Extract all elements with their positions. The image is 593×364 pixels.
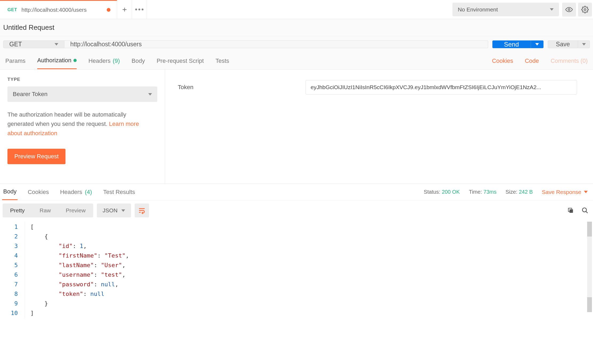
wrap-lines-button[interactable]: [135, 204, 149, 217]
cookies-link[interactable]: Cookies: [492, 57, 513, 64]
chevron-down-icon: [584, 191, 588, 193]
method-select[interactable]: GET: [3, 40, 64, 48]
save-button[interactable]: Save: [548, 40, 578, 48]
response-tab-headers[interactable]: Headers (4): [59, 184, 93, 200]
time-value: 73ms: [484, 189, 497, 195]
response-size: Size: 242 B: [505, 189, 533, 195]
chevron-down-icon: [550, 8, 554, 11]
token-label: Token: [178, 84, 300, 91]
auth-type-heading: TYPE: [7, 77, 157, 82]
tab-body[interactable]: Body: [131, 52, 145, 69]
send-button[interactable]: Send: [492, 40, 531, 48]
url-value: http://localhost:4000/users: [70, 41, 142, 48]
copy-response-button[interactable]: [565, 205, 576, 216]
scroll-thumb[interactable]: [587, 297, 592, 312]
svg-point-4: [582, 208, 586, 212]
code-view[interactable]: [ { "id": 1, "firstName": "Test", "lastN…: [25, 222, 589, 318]
environment-select[interactable]: No Environment: [452, 3, 559, 16]
auth-type-value: Bearer Token: [13, 91, 47, 98]
tab-tests[interactable]: Tests: [216, 52, 229, 69]
send-options-button[interactable]: [531, 40, 543, 48]
view-raw-button[interactable]: Raw: [32, 204, 58, 217]
tab-params[interactable]: Params: [5, 52, 26, 69]
svg-rect-2: [570, 209, 573, 213]
save-response-button[interactable]: Save Response: [542, 189, 588, 195]
environment-label: No Environment: [458, 6, 498, 13]
response-tab-body[interactable]: Body: [2, 184, 18, 200]
tab-url-label: http://localhost:4000/users: [21, 7, 87, 13]
save-options-button[interactable]: [578, 40, 590, 48]
request-tab[interactable]: GET http://localhost:4000/users: [0, 0, 117, 19]
chevron-down-icon: [535, 43, 539, 46]
method-value: GET: [9, 41, 22, 48]
environment-preview-button[interactable]: [562, 3, 576, 16]
response-tab-cookies[interactable]: Cookies: [27, 184, 50, 200]
eye-icon: [565, 6, 573, 13]
auth-desc-text: The authorization header will be automat…: [7, 111, 126, 127]
tab-authorization-label: Authorization: [37, 57, 71, 64]
active-dot-icon: [73, 59, 77, 62]
dots-horizontal-icon: [135, 9, 143, 10]
svg-point-1: [584, 9, 586, 11]
response-toolbar: Pretty Raw Preview JSON: [0, 200, 593, 221]
request-title[interactable]: Untitled Request: [0, 19, 593, 36]
search-icon: [582, 207, 588, 214]
code-link[interactable]: Code: [525, 57, 539, 64]
request-tabs: Params Authorization Headers (9) Body Pr…: [0, 52, 593, 69]
format-select[interactable]: JSON: [97, 204, 131, 217]
tab-headers[interactable]: Headers (9): [88, 52, 120, 69]
response-body: 12345678910 [ { "id": 1, "firstName": "T…: [0, 221, 593, 323]
response-tab-headers-count: (4): [85, 189, 92, 196]
svg-point-0: [568, 9, 570, 11]
preview-request-button[interactable]: Preview Request: [7, 149, 65, 164]
comments-link[interactable]: Comments (0): [551, 57, 588, 64]
response-tab-headers-label: Headers: [60, 189, 82, 196]
response-time: Time: 73ms: [469, 189, 497, 195]
url-input[interactable]: http://localhost:4000/users: [64, 40, 488, 48]
unsaved-indicator-icon: [107, 8, 110, 12]
response-tab-test-results[interactable]: Test Results: [102, 184, 136, 200]
tab-options-button[interactable]: [132, 0, 147, 19]
view-mode-segment: Pretty Raw Preview: [3, 204, 93, 217]
request-line: GET http://localhost:4000/users Send Sav…: [0, 36, 593, 52]
vertical-scrollbar[interactable]: [587, 222, 592, 312]
chevron-down-icon: [148, 93, 152, 96]
wrap-icon: [138, 207, 146, 214]
settings-button[interactable]: [578, 3, 592, 16]
auth-type-select[interactable]: Bearer Token: [7, 86, 157, 102]
time-label: Time:: [469, 189, 482, 195]
size-value: 242 B: [519, 189, 533, 195]
tab-prerequest[interactable]: Pre-request Script: [157, 52, 204, 69]
tab-authorization[interactable]: Authorization: [37, 52, 77, 69]
status-value: 200 OK: [442, 189, 460, 195]
copy-icon: [567, 207, 574, 214]
view-pretty-button[interactable]: Pretty: [3, 204, 32, 217]
tab-headers-label: Headers: [88, 57, 110, 64]
tab-headers-count: (9): [113, 57, 120, 64]
tab-method-badge: GET: [7, 7, 17, 13]
response-tabs: Body Cookies Headers (4) Test Results St…: [0, 184, 593, 200]
line-gutter: 12345678910: [4, 222, 25, 318]
response-status: Status: 200 OK: [424, 189, 460, 195]
save-response-label: Save Response: [542, 189, 581, 195]
search-response-button[interactable]: [580, 205, 590, 216]
top-bar: GET http://localhost:4000/users No Envir…: [0, 0, 593, 19]
chevron-down-icon: [582, 43, 586, 46]
chevron-down-icon: [55, 43, 58, 46]
size-label: Size:: [505, 189, 517, 195]
new-tab-button[interactable]: [117, 0, 132, 19]
gear-icon: [581, 6, 589, 13]
authorization-panel: TYPE Bearer Token The authorization head…: [0, 69, 593, 184]
view-preview-button[interactable]: Preview: [58, 204, 93, 217]
scroll-thumb[interactable]: [587, 222, 592, 237]
token-input[interactable]: eyJhbGciOiJIUzI1NiIsInR5cCI6IkpXVCJ9.eyJ…: [306, 80, 577, 94]
format-value: JSON: [103, 207, 118, 214]
auth-description: The authorization header will be automat…: [7, 110, 146, 138]
status-label: Status:: [424, 189, 440, 195]
chevron-down-icon: [121, 209, 125, 212]
